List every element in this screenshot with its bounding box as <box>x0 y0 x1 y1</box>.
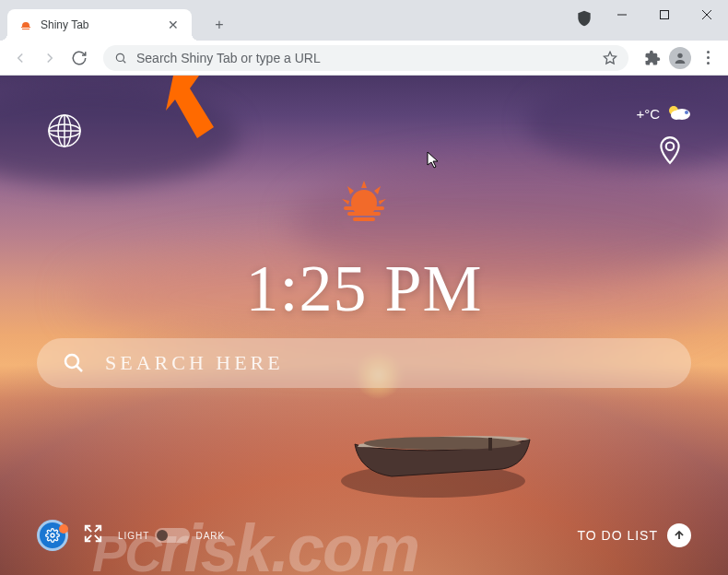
todo-label: TO DO LIST <box>577 528 658 543</box>
extensions-button[interactable] <box>640 45 665 71</box>
svg-line-37 <box>86 535 91 541</box>
temperature-label: +°C <box>636 106 660 122</box>
browser-toolbar <box>0 41 728 76</box>
window-titlebar: Shiny Tab ✕ + <box>0 0 728 41</box>
new-tab-button[interactable]: + <box>206 12 232 38</box>
search-icon <box>63 352 85 374</box>
weather-widget[interactable]: +°C <box>636 103 691 123</box>
svg-line-35 <box>95 535 100 541</box>
maximize-button[interactable] <box>643 0 686 29</box>
browser-tab[interactable]: Shiny Tab ✕ <box>7 9 192 41</box>
theme-switch[interactable] <box>155 528 190 543</box>
svg-rect-29 <box>353 217 375 221</box>
location-pin-icon[interactable] <box>658 135 682 169</box>
address-bar[interactable] <box>103 45 628 71</box>
svg-point-22 <box>671 111 682 120</box>
minimize-button[interactable] <box>601 0 643 29</box>
svg-point-31 <box>65 355 78 368</box>
window-controls <box>601 0 728 29</box>
svg-point-33 <box>51 534 54 537</box>
weather-icon <box>665 103 691 123</box>
profile-avatar[interactable] <box>669 47 691 69</box>
close-window-button[interactable] <box>686 0 728 29</box>
svg-rect-14 <box>488 438 492 451</box>
svg-point-23 <box>685 111 688 114</box>
svg-rect-2 <box>21 27 30 28</box>
svg-rect-30 <box>335 205 393 206</box>
svg-line-34 <box>86 526 91 532</box>
boat-illustration <box>341 393 544 504</box>
svg-point-11 <box>677 53 682 57</box>
gear-icon <box>45 528 60 543</box>
svg-line-36 <box>95 526 100 532</box>
privacy-shield-icon[interactable] <box>575 9 593 28</box>
close-tab-button[interactable]: ✕ <box>166 18 181 32</box>
page-search-bar[interactable] <box>37 338 691 388</box>
svg-rect-3 <box>22 29 29 29</box>
svg-point-8 <box>116 53 123 61</box>
bookmark-star-icon[interactable] <box>603 51 617 65</box>
page-search-input[interactable] <box>105 351 665 375</box>
forward-button[interactable] <box>37 45 63 71</box>
theme-toggle: LIGHT DARK <box>118 528 225 543</box>
svg-point-13 <box>364 437 521 450</box>
fullscreen-button[interactable] <box>83 523 103 547</box>
theme-light-label: LIGHT <box>118 531 149 541</box>
svg-marker-10 <box>604 52 616 64</box>
bottom-bar: LIGHT DARK TO DO LIST <box>37 520 691 551</box>
clock-display: 1:25 PM <box>245 251 482 327</box>
globe-icon[interactable] <box>46 112 83 149</box>
expand-icon <box>83 523 103 544</box>
search-icon <box>114 52 127 65</box>
svg-rect-5 <box>661 11 669 19</box>
settings-button[interactable] <box>37 520 68 551</box>
sunset-logo-icon <box>335 175 393 227</box>
reload-button[interactable] <box>66 45 92 71</box>
back-button[interactable] <box>7 45 33 71</box>
todo-list-button[interactable]: TO DO LIST <box>577 523 691 547</box>
omnibox-input[interactable] <box>136 51 593 65</box>
browser-menu-button[interactable] <box>695 51 721 65</box>
svg-rect-27 <box>344 206 384 210</box>
svg-rect-28 <box>347 212 381 216</box>
theme-dark-label: DARK <box>195 531 225 541</box>
newtab-content: +°C <box>0 76 728 575</box>
svg-line-9 <box>123 60 125 63</box>
svg-line-32 <box>76 366 82 371</box>
tab-title: Shiny Tab <box>41 18 159 31</box>
arrow-up-icon <box>667 523 691 547</box>
sunset-favicon <box>18 18 33 32</box>
svg-point-24 <box>666 142 675 150</box>
annotation-arrow-icon <box>164 76 219 144</box>
